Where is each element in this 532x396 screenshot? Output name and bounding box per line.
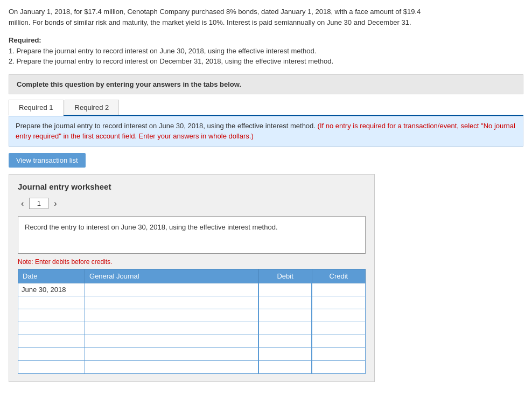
- gj-cell-4[interactable]: [85, 322, 259, 335]
- gj-cell-1[interactable]: [85, 283, 259, 296]
- complete-box: Complete this question by entering your …: [9, 74, 523, 94]
- instruction-main: Prepare the journal entry to record inte…: [16, 122, 316, 130]
- gj-input-4[interactable]: [88, 324, 255, 332]
- gj-cell-2[interactable]: [85, 296, 259, 309]
- gj-input-7[interactable]: [88, 363, 255, 371]
- debit-input-5[interactable]: [262, 337, 308, 345]
- credit-input-7[interactable]: [316, 363, 362, 371]
- debit-input-3[interactable]: [262, 311, 308, 319]
- gj-cell-6[interactable]: [85, 348, 259, 360]
- page-container: On January 1, 2018, for $17.4 million, C…: [0, 0, 532, 388]
- table-row: [18, 296, 366, 309]
- credit-cell-3[interactable]: [312, 309, 365, 322]
- debit-input-6[interactable]: [262, 350, 308, 358]
- table-row: [18, 322, 366, 335]
- date-cell-3: [18, 309, 85, 322]
- worksheet-container: Journal entry worksheet ‹ 1 › Record the…: [9, 174, 375, 382]
- table-row: June 30, 2018: [18, 283, 366, 296]
- credit-cell-4[interactable]: [312, 322, 365, 335]
- credit-input-3[interactable]: [316, 311, 362, 319]
- debit-input-7[interactable]: [262, 363, 308, 371]
- debit-cell-2[interactable]: [258, 296, 312, 309]
- entry-description-text: Record the entry to interest on June 30,…: [25, 223, 278, 231]
- next-page-button[interactable]: ›: [51, 198, 60, 210]
- gj-input-3[interactable]: [88, 311, 255, 319]
- debit-input-2[interactable]: [262, 298, 308, 307]
- debit-cell-1[interactable]: [258, 283, 312, 296]
- tab-required1[interactable]: Required 1: [9, 100, 64, 116]
- debit-cell-4[interactable]: [258, 322, 312, 335]
- entry-description-box: Record the entry to interest on June 30,…: [18, 216, 366, 254]
- col-gj: General Journal: [85, 269, 259, 283]
- credit-input-5[interactable]: [316, 337, 362, 345]
- required-item2: 2. Prepare the journal entry to record i…: [9, 56, 523, 67]
- credit-input-4[interactable]: [316, 324, 362, 332]
- page-number: 1: [29, 198, 48, 209]
- credit-cell-5[interactable]: [312, 335, 365, 348]
- gj-input-5[interactable]: [88, 337, 255, 345]
- tab-required2[interactable]: Required 2: [65, 100, 120, 115]
- worksheet-title: Journal entry worksheet: [18, 182, 366, 191]
- intro-line2: million. For bonds of similar risk and m…: [9, 18, 411, 26]
- prev-page-button[interactable]: ‹: [18, 198, 27, 210]
- col-debit: Debit: [258, 269, 312, 283]
- gj-input-1[interactable]: [88, 286, 255, 294]
- date-cell-1: June 30, 2018: [18, 283, 85, 296]
- credit-input-1[interactable]: [316, 286, 362, 294]
- credit-cell-6[interactable]: [312, 348, 365, 360]
- required-label: Required:: [9, 36, 41, 44]
- intro-text: On January 1, 2018, for $17.4 million, C…: [9, 6, 523, 27]
- debit-cell-7[interactable]: [258, 360, 312, 373]
- debit-cell-6[interactable]: [258, 348, 312, 360]
- credit-input-2[interactable]: [316, 298, 362, 307]
- complete-text: Complete this question by entering your …: [17, 80, 241, 88]
- required-item1: 1. Prepare the journal entry to record i…: [9, 46, 523, 57]
- credit-input-6[interactable]: [316, 350, 362, 358]
- table-row: [18, 348, 366, 360]
- date-cell-6: [18, 348, 85, 360]
- gj-cell-3[interactable]: [85, 309, 259, 322]
- debit-cell-5[interactable]: [258, 335, 312, 348]
- table-row: [18, 335, 366, 348]
- table-row: [18, 309, 366, 322]
- col-date: Date: [18, 269, 85, 283]
- date-cell-2: [18, 296, 85, 309]
- credit-cell-2[interactable]: [312, 296, 365, 309]
- intro-line1: On January 1, 2018, for $17.4 million, C…: [9, 8, 421, 16]
- debit-input-1[interactable]: [262, 286, 308, 294]
- tabs-container: Required 1 Required 2: [9, 100, 523, 116]
- debit-input-4[interactable]: [262, 324, 308, 332]
- date-cell-4: [18, 322, 85, 335]
- credit-cell-7[interactable]: [312, 360, 365, 373]
- date-cell-5: [18, 335, 85, 348]
- nav-row: ‹ 1 ›: [18, 198, 366, 210]
- view-transaction-list-button[interactable]: View transaction list: [9, 153, 86, 168]
- gj-input-6[interactable]: [88, 350, 255, 358]
- required-section: Required: 1. Prepare the journal entry t…: [9, 35, 523, 67]
- gj-cell-5[interactable]: [85, 335, 259, 348]
- gj-input-2[interactable]: [88, 298, 255, 307]
- date-cell-7: [18, 360, 85, 373]
- instruction-box: Prepare the journal entry to record inte…: [9, 116, 523, 147]
- debit-cell-3[interactable]: [258, 309, 312, 322]
- col-credit: Credit: [312, 269, 365, 283]
- note-text: Note: Enter debits before credits.: [18, 258, 366, 266]
- journal-table: Date General Journal Debit Credit June 3…: [18, 269, 366, 374]
- table-row: [18, 360, 366, 373]
- gj-cell-7[interactable]: [85, 360, 259, 373]
- credit-cell-1[interactable]: [312, 283, 365, 296]
